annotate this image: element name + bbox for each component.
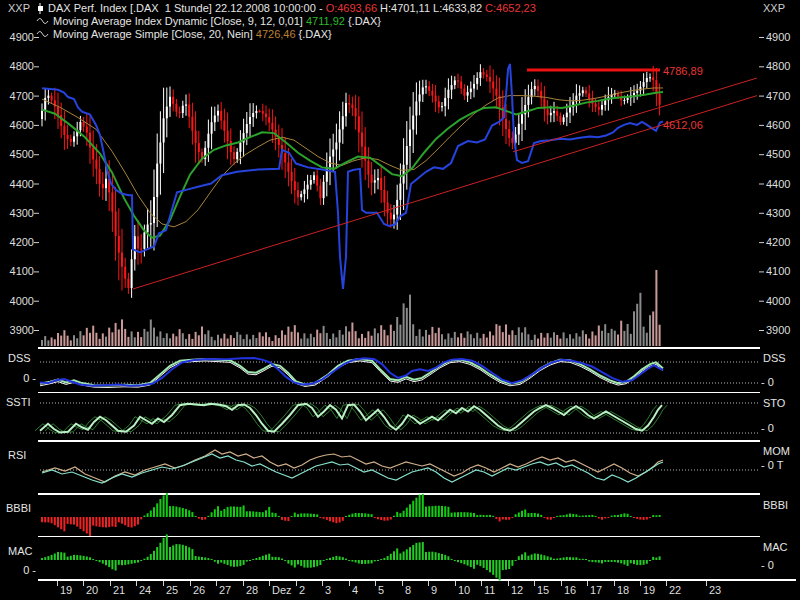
candle-body — [207, 134, 209, 148]
mac-bar — [294, 560, 296, 567]
volume-bar — [390, 325, 392, 346]
x-axis-label: 4 — [352, 584, 358, 596]
bbbi-bar — [294, 513, 296, 517]
mac-bar — [585, 559, 587, 560]
candle-body — [73, 136, 75, 141]
panel-separator — [38, 347, 760, 349]
mac-bar — [246, 560, 248, 562]
mac-bar — [377, 560, 379, 561]
panel-separator — [38, 440, 760, 442]
volume-bar — [393, 331, 395, 346]
mac-bar — [451, 559, 453, 560]
bbbi-bar — [60, 517, 62, 529]
y-tick — [34, 66, 39, 67]
volume-bar — [169, 338, 171, 346]
mac-bar — [179, 544, 181, 560]
candle-body — [633, 93, 635, 95]
candle-body — [70, 139, 72, 142]
mac-bar — [479, 560, 481, 566]
instrument-header: DAX Perf. Index [.DAX 1 Stunde] 22.12.20… — [36, 2, 536, 14]
mac-bar — [262, 556, 264, 560]
mac-bar — [275, 557, 277, 560]
bbbi-bar — [191, 512, 193, 517]
mac-bar — [291, 560, 293, 565]
volume-bar — [518, 327, 520, 346]
mac-bar — [601, 560, 603, 563]
bbbi-bar — [195, 516, 197, 517]
x-axis-label: 27 — [219, 584, 231, 596]
volume-bar — [323, 326, 325, 346]
y-axis-label: 4100 — [0, 265, 34, 277]
bbbi-bar — [323, 517, 325, 519]
volume-bar — [313, 337, 315, 346]
bbbi-bar — [540, 515, 542, 517]
bbbi-bar — [166, 493, 168, 517]
volume-bar — [467, 331, 469, 346]
y-tick — [34, 301, 39, 302]
bbbi-bar — [159, 499, 161, 517]
y-axis-label: 4800 — [766, 60, 790, 72]
candle-body — [51, 96, 53, 101]
bbbi-bar — [121, 517, 123, 524]
mac-bar — [607, 560, 609, 562]
mac-bar — [582, 559, 584, 560]
x-tick — [587, 581, 588, 586]
mac-bar — [169, 547, 171, 560]
volume-bar — [214, 340, 216, 346]
bbbi-bar — [76, 517, 78, 527]
volume-bar — [476, 333, 478, 346]
mac-bar — [230, 560, 232, 566]
mac-bar — [499, 560, 501, 581]
bbbi-bar — [79, 517, 81, 529]
volume-bar — [563, 332, 565, 346]
mac-bar — [166, 534, 168, 560]
volume-bar — [316, 330, 318, 346]
volume-bar — [425, 330, 427, 346]
volume-bar — [454, 332, 456, 346]
candle-body — [310, 180, 312, 185]
volume-bar — [463, 338, 465, 346]
candle-body — [595, 104, 597, 108]
candle-body — [41, 111, 43, 119]
workspace-label-right: XXP — [763, 2, 785, 14]
volume-bar — [291, 332, 293, 346]
x-tick — [322, 581, 323, 586]
bbbi-bar — [131, 517, 133, 528]
volume-bar — [332, 334, 334, 346]
volume-bar — [643, 327, 645, 346]
volume-bar — [252, 335, 254, 346]
bbbi-bar — [163, 495, 165, 517]
volume-bar — [550, 338, 552, 346]
candle-body — [371, 175, 373, 183]
x-tick — [534, 581, 535, 586]
candle-body — [566, 113, 568, 118]
bbbi-bar — [172, 506, 174, 517]
y-axis-label: 4600 — [0, 119, 34, 131]
mac-bar — [617, 560, 619, 563]
y-axis-label: 4800 — [0, 60, 34, 72]
mac-bar — [393, 551, 395, 560]
chart-canvas[interactable] — [0, 0, 800, 600]
volume-bar — [540, 333, 542, 346]
mac-bar — [233, 560, 235, 567]
volume-bar — [255, 338, 257, 346]
candle-body — [559, 116, 561, 122]
candle-body — [534, 86, 536, 89]
volume-bar — [246, 334, 248, 346]
bbbi-bar — [649, 517, 651, 518]
candle-body — [646, 78, 648, 82]
volume-bar — [451, 338, 453, 346]
x-tick — [402, 581, 403, 586]
mac-bar — [537, 554, 539, 560]
bbbi-bar — [630, 516, 632, 517]
mac-bar — [630, 560, 632, 563]
mac-bar — [76, 555, 78, 560]
volume-bar — [367, 331, 369, 346]
candle-body — [233, 152, 235, 159]
volume-bar — [364, 338, 366, 346]
mac-bar — [335, 556, 337, 560]
candle-body — [387, 203, 389, 213]
mac-bar — [502, 560, 504, 570]
candle-body — [102, 184, 104, 188]
candle-body — [361, 133, 363, 147]
